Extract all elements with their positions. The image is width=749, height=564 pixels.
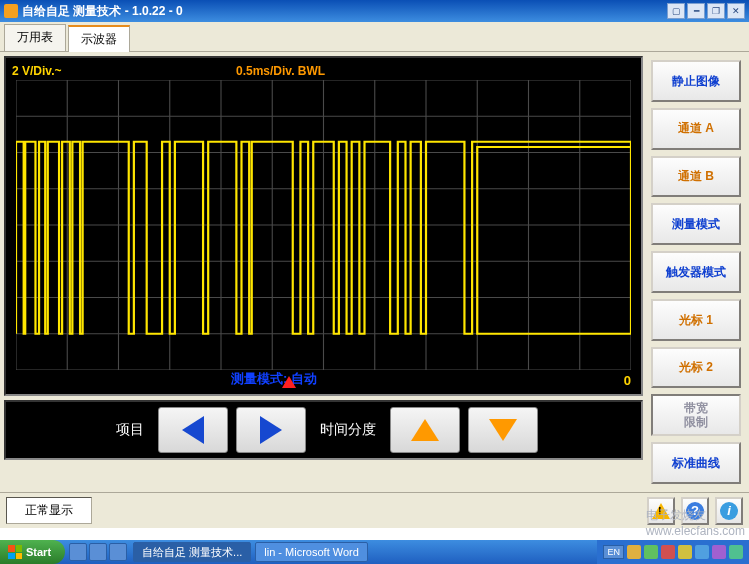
language-indicator[interactable]: EN xyxy=(603,545,624,559)
warning-button[interactable] xyxy=(647,497,675,525)
help-button[interactable]: ? xyxy=(681,497,709,525)
waveform-svg xyxy=(16,80,631,370)
maximize-button[interactable]: ❐ xyxy=(707,3,725,19)
triangle-down-icon xyxy=(489,419,517,441)
project-label: 项目 xyxy=(116,421,144,439)
cursor-2-button[interactable]: 光标 2 xyxy=(651,347,741,389)
windows-logo-icon xyxy=(8,545,22,559)
measure-mode-button[interactable]: 测量模式 xyxy=(651,203,741,245)
timebase-down-button[interactable] xyxy=(468,407,538,453)
close-button[interactable]: ✕ xyxy=(727,3,745,19)
title-bar: 自给自足 测量技术 - 1.0.22 - 0 ▢ ━ ❐ ✕ xyxy=(0,0,749,22)
start-button[interactable]: Start xyxy=(0,540,65,564)
tab-bar: 万用表 示波器 xyxy=(0,22,749,52)
status-bar: 正常显示 ? i xyxy=(0,492,749,528)
tray-icon-7[interactable] xyxy=(729,545,743,559)
info-button[interactable]: i xyxy=(715,497,743,525)
system-tray: EN xyxy=(597,540,749,564)
bandwidth-line1: 带宽 xyxy=(684,401,708,415)
volts-per-div-label: 2 V/Div.~ xyxy=(12,64,61,78)
app-icon xyxy=(4,4,18,18)
triangle-left-icon xyxy=(182,416,204,444)
tray-icon-6[interactable] xyxy=(712,545,726,559)
app-title: 自给自足 测量技术 - 1.0.22 - 0 xyxy=(22,3,667,20)
quick-launch xyxy=(69,543,127,561)
minimize-button[interactable]: ━ xyxy=(687,3,705,19)
tray-icon-5[interactable] xyxy=(695,545,709,559)
tab-oscilloscope[interactable]: 示波器 xyxy=(68,25,130,52)
trigger-mode-button[interactable]: 触发器模式 xyxy=(651,251,741,293)
bandwidth-limit-button[interactable]: 带宽 限制 xyxy=(651,394,741,436)
prev-button[interactable] xyxy=(158,407,228,453)
warning-icon xyxy=(652,503,670,519)
timebase-label: 0.5ms/Div. BWL xyxy=(236,64,325,78)
display-status-label: 正常显示 xyxy=(6,497,92,524)
window-button-1[interactable]: ▢ xyxy=(667,3,685,19)
taskbar-item-app[interactable]: 自给自足 测量技术... xyxy=(133,542,251,562)
cursor-1-button[interactable]: 光标 1 xyxy=(651,299,741,341)
channel-b-button[interactable]: 通道 B xyxy=(651,156,741,198)
channel-a-button[interactable]: 通道 A xyxy=(651,108,741,150)
trigger-marker-icon xyxy=(282,376,296,388)
timebase-up-button[interactable] xyxy=(390,407,460,453)
measure-mode-label: 测量模式: 自动 xyxy=(231,370,317,388)
freeze-image-button[interactable]: 静止图像 xyxy=(651,60,741,102)
bandwidth-line2: 限制 xyxy=(684,415,708,429)
main-area: 2 V/Div.~ 0.5ms/Div. BWL 测量模式: 自动 0 项目 时… xyxy=(0,52,749,492)
tray-icon-2[interactable] xyxy=(644,545,658,559)
scope-grid xyxy=(16,80,631,370)
task1-label: 自给自足 测量技术... xyxy=(142,545,242,560)
ql-media-icon[interactable] xyxy=(109,543,127,561)
zero-ref-label: 0 xyxy=(624,373,631,388)
taskbar-item-word[interactable]: lin - Microsoft Word xyxy=(255,542,368,562)
side-panel: 静止图像 通道 A 通道 B 测量模式 触发器模式 光标 1 光标 2 带宽 限… xyxy=(647,56,745,488)
standard-curve-button[interactable]: 标准曲线 xyxy=(651,442,741,484)
tray-icon-4[interactable] xyxy=(678,545,692,559)
scope-panel: 2 V/Div.~ 0.5ms/Div. BWL 测量模式: 自动 0 项目 时… xyxy=(4,56,643,488)
task2-label: lin - Microsoft Word xyxy=(264,546,359,558)
ql-desktop-icon[interactable] xyxy=(89,543,107,561)
window-controls: ▢ ━ ❐ ✕ xyxy=(667,3,745,19)
help-icon: ? xyxy=(686,502,704,520)
tray-icon-3[interactable] xyxy=(661,545,675,559)
ql-ie-icon[interactable] xyxy=(69,543,87,561)
tab-multimeter[interactable]: 万用表 xyxy=(4,24,66,51)
start-label: Start xyxy=(26,546,51,558)
bottom-control-bar: 项目 时间分度 xyxy=(4,400,643,460)
next-button[interactable] xyxy=(236,407,306,453)
tray-icon-1[interactable] xyxy=(627,545,641,559)
info-icon: i xyxy=(720,502,738,520)
time-resolution-label: 时间分度 xyxy=(320,421,376,439)
oscilloscope-screen: 2 V/Div.~ 0.5ms/Div. BWL 测量模式: 自动 0 xyxy=(4,56,643,396)
triangle-right-icon xyxy=(260,416,282,444)
taskbar: Start 自给自足 测量技术... lin - Microsoft Word … xyxy=(0,540,749,564)
triangle-up-icon xyxy=(411,419,439,441)
